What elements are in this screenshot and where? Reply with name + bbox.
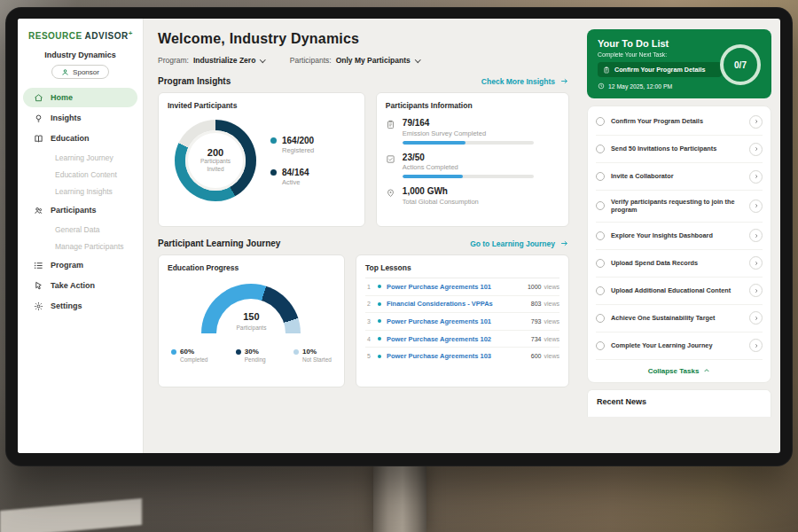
todo-panel: Your To Do List Complete Your Next Task:… bbox=[582, 19, 780, 453]
legend-completed: 60% Completed bbox=[171, 348, 207, 363]
sidebar-item-home[interactable]: Home bbox=[23, 88, 137, 107]
task-checkbox[interactable] bbox=[596, 314, 605, 323]
lesson-views-value: 1000 bbox=[528, 284, 542, 290]
chevron-right-icon bbox=[754, 288, 759, 293]
todo-due-text: 12 May 2025, 12:00 PM bbox=[608, 83, 672, 90]
program-filter-dropdown[interactable]: Program: Industrialize Zero bbox=[158, 56, 265, 65]
invited-donut-chart: 200 Participants Invited bbox=[175, 120, 256, 201]
gauge-center: 150 Participants bbox=[201, 308, 301, 331]
program-filter-label: Program: bbox=[158, 56, 189, 65]
task-label: Upload Spend Data Records bbox=[611, 259, 743, 268]
sponsor-badge[interactable]: Sponsor bbox=[51, 65, 109, 79]
program-insights-title: Program Insights bbox=[158, 76, 231, 86]
task-explore-insights[interactable]: Explore Your Insights Dashboard bbox=[596, 223, 763, 250]
task-checkbox[interactable] bbox=[596, 231, 605, 240]
task-upload-educational-content[interactable]: Upload Additional Educational Content bbox=[596, 278, 763, 305]
task-open-button[interactable] bbox=[749, 200, 763, 213]
chevron-down-icon bbox=[415, 57, 420, 62]
sidebar-item-manage-participants[interactable]: Manage Participants bbox=[23, 238, 137, 254]
task-checkbox[interactable] bbox=[596, 172, 605, 181]
task-checkbox[interactable] bbox=[596, 341, 605, 350]
participants-filter-dropdown[interactable]: Participants: Only My Participants bbox=[290, 56, 419, 65]
gear-icon bbox=[34, 301, 43, 311]
legend-not-started: 10% Not Started bbox=[293, 348, 332, 363]
chevron-right-icon bbox=[754, 233, 759, 239]
sidebar-item-label: Education bbox=[51, 134, 90, 143]
task-open-button[interactable] bbox=[749, 143, 763, 156]
collapse-tasks-link[interactable]: Collapse Tasks bbox=[596, 360, 763, 379]
global-consumption-label: Total Global Consumption bbox=[403, 198, 479, 206]
lesson-link[interactable]: Power Purchase Agreements 101 bbox=[387, 317, 523, 325]
chevron-right-icon bbox=[754, 146, 759, 152]
sidebar-item-education[interactable]: Education bbox=[23, 129, 137, 148]
sidebar-item-general-data[interactable]: General Data bbox=[23, 221, 137, 238]
lesson-link[interactable]: Power Purchase Agreements 101 bbox=[387, 283, 520, 291]
dashboard-screen: RESOURCE ADVISOR+ Industry Dynamics Spon… bbox=[18, 19, 780, 453]
task-open-button[interactable] bbox=[749, 115, 763, 129]
go-to-learning-journey-link[interactable]: Go to Learning Journey bbox=[470, 239, 569, 248]
task-checkbox[interactable] bbox=[596, 117, 605, 126]
task-verify-participants[interactable]: Verify participants requesting to join t… bbox=[596, 191, 763, 223]
invited-participants-title: Invited Participants bbox=[168, 101, 356, 110]
task-confirm-program-details[interactable]: Confirm Your Program Details bbox=[596, 108, 763, 136]
legend-pending: 30% Pending bbox=[236, 348, 266, 363]
lesson-views-unit: views bbox=[544, 301, 559, 307]
lesson-views-unit: views bbox=[544, 353, 559, 359]
donut-center-label: Participants Invited bbox=[195, 158, 236, 174]
task-open-button[interactable] bbox=[749, 284, 763, 297]
task-checkbox[interactable] bbox=[596, 145, 605, 153]
sidebar-item-learning-insights[interactable]: Learning Insights bbox=[23, 183, 137, 200]
task-achieve-sustainability-target[interactable]: Achieve One Sustainability Target bbox=[596, 305, 763, 332]
top-lessons-title: Top Lessons bbox=[365, 263, 559, 278]
lesson-link[interactable]: Power Purchase Agreements 102 bbox=[387, 335, 523, 343]
next-task-pill[interactable]: Confirm Your Program Details bbox=[598, 62, 722, 77]
program-filter-value: Industrialize Zero bbox=[193, 56, 255, 65]
sidebar-item-label: Take Action bbox=[51, 281, 95, 290]
monitor-bezel: RESOURCE ADVISOR+ Industry Dynamics Spon… bbox=[5, 7, 793, 466]
check-more-insights-label: Check More Insights bbox=[481, 77, 555, 86]
task-upload-spend-data[interactable]: Upload Spend Data Records bbox=[596, 250, 763, 278]
page-title: Welcome, Industry Dynamics bbox=[158, 31, 569, 47]
people-icon bbox=[34, 206, 43, 215]
task-label: Invite a Collaborator bbox=[611, 172, 743, 181]
chevron-right-icon bbox=[754, 119, 759, 124]
sidebar-item-take-action[interactable]: Take Action bbox=[23, 276, 137, 295]
task-open-button[interactable] bbox=[749, 170, 763, 184]
sidebar-item-education-content[interactable]: Education Content bbox=[23, 166, 137, 183]
sidebar-item-learning-journey[interactable]: Learning Journey bbox=[23, 149, 137, 166]
registered-dot-icon bbox=[270, 137, 277, 144]
lesson-link[interactable]: Financial Considerations - VPPAs bbox=[387, 300, 523, 308]
active-value: 84/164 bbox=[282, 168, 309, 177]
lesson-views-unit: views bbox=[544, 318, 559, 325]
chevron-right-icon bbox=[754, 343, 759, 348]
task-checkbox[interactable] bbox=[596, 286, 605, 295]
task-complete-learning-journey[interactable]: Complete Your Learning Journey bbox=[596, 332, 763, 360]
task-open-button[interactable] bbox=[749, 256, 763, 270]
lesson-link[interactable]: Power Purchase Agreements 103 bbox=[387, 352, 523, 360]
task-label: Upload Additional Educational Content bbox=[611, 286, 743, 295]
main-content: Welcome, Industry Dynamics Program: Indu… bbox=[144, 19, 582, 453]
task-open-button[interactable] bbox=[749, 311, 763, 325]
task-label: Explore Your Insights Dashboard bbox=[611, 231, 743, 240]
task-checkbox[interactable] bbox=[596, 259, 605, 268]
check-more-insights-link[interactable]: Check More Insights bbox=[481, 77, 569, 86]
completed-label: Completed bbox=[180, 356, 207, 363]
chevron-down-icon bbox=[260, 57, 265, 62]
learning-journey-title: Participant Learning Journey bbox=[158, 239, 280, 248]
sidebar-item-participants[interactable]: Participants bbox=[23, 200, 137, 220]
task-open-button[interactable] bbox=[749, 339, 763, 352]
task-invite-collaborator[interactable]: Invite a Collaborator bbox=[596, 163, 763, 191]
sidebar-item-program[interactable]: Program bbox=[23, 255, 137, 275]
task-send-invitations[interactable]: Send 50 Invitations to Participants bbox=[596, 136, 763, 163]
todo-list-card: Confirm Your Program Details Send 50 Inv… bbox=[587, 106, 771, 383]
location-pin-icon bbox=[386, 188, 395, 198]
emission-survey-stat: 79/164 Emission Survey Completed bbox=[386, 118, 559, 145]
top-lessons-card: Top Lessons 1 Power Purchase Agreements … bbox=[356, 254, 569, 387]
sidebar-item-insights[interactable]: Insights bbox=[23, 108, 137, 128]
sidebar-item-settings[interactable]: Settings bbox=[23, 296, 137, 316]
task-checkbox[interactable] bbox=[596, 201, 605, 210]
lesson-row: 3 Power Purchase Agreements 101 793views bbox=[365, 313, 559, 331]
education-legend: 60% Completed 30% Pending 10% Not Starte… bbox=[168, 348, 335, 363]
task-open-button[interactable] bbox=[749, 229, 763, 242]
registered-value: 164/200 bbox=[282, 136, 314, 145]
